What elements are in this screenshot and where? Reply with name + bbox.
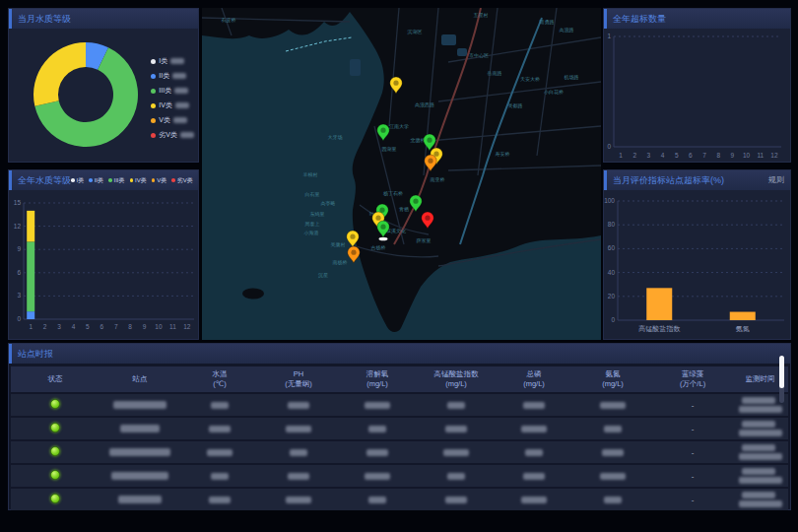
redacted-value: [602, 449, 624, 456]
status-indicator-normal: [50, 423, 60, 432]
codmn-cell: [417, 496, 496, 504]
legend-item[interactable]: I类: [151, 56, 194, 66]
scrollbar-track[interactable]: [779, 356, 784, 403]
rules-button[interactable]: 规则: [768, 170, 784, 190]
table-row[interactable]: -: [11, 441, 788, 463]
legend-item[interactable]: IV类: [151, 100, 194, 110]
algae-cell: -: [653, 448, 732, 457]
redacted-date: [742, 397, 775, 404]
x-axis-label: 3: [57, 323, 61, 330]
stacked-bar-segment: [27, 211, 34, 241]
legend-value-redacted: [172, 73, 186, 79]
panel-title: 站点时报: [18, 344, 53, 364]
redacted-date: [742, 468, 775, 475]
temp-cell: [180, 448, 259, 457]
codmn-cell: [417, 425, 496, 433]
panel-year-exceed: 全年超标数量 10123456789101112: [603, 8, 791, 163]
time-cell: [732, 467, 788, 485]
redacted-value: [443, 449, 469, 456]
scrollbar-thumb[interactable]: [779, 356, 784, 388]
x-axis-label: 1: [29, 323, 33, 330]
map[interactable]: 石皮桥滨湖区五星村陆勇路高浪路市中心区岳南路天安大桥机场路小白花桥高浪西路吴都路…: [202, 8, 601, 340]
x-axis-label: 1: [619, 152, 623, 159]
table-body: -----: [11, 394, 788, 510]
algae-cell: -: [653, 425, 732, 433]
x-axis-label: 7: [702, 152, 706, 159]
map-label: 南杨桥: [333, 259, 348, 266]
map-label: 羊梭村: [303, 171, 318, 178]
rate-bar: [730, 312, 756, 320]
redacted-value: [365, 402, 390, 409]
map-park: [441, 34, 456, 45]
legend-label: 劣V类: [177, 170, 193, 190]
column-unit: (℃): [180, 379, 259, 389]
nh3-cell: [572, 448, 653, 457]
map-label: 吴康村: [331, 241, 346, 248]
redacted-value: [521, 426, 547, 432]
do-cell: [338, 425, 417, 433]
do-cell: [338, 472, 417, 481]
legend-item[interactable]: III类: [151, 86, 194, 96]
temp-cell: [180, 472, 259, 481]
temp-cell: [180, 425, 259, 433]
legend-item[interactable]: 劣V类: [151, 130, 194, 140]
station-report-panel: 站点时报 状态站点水温(℃)PH(无量纲)溶解氧(mg/L)高锰酸盐指数(mg/…: [8, 343, 791, 510]
legend-item[interactable]: V类: [151, 115, 194, 125]
legend-value-redacted: [180, 132, 194, 138]
legend-item[interactable]: II类: [89, 170, 103, 190]
nh3-cell: [572, 472, 653, 481]
codmn-cell: [417, 472, 496, 481]
redacted-station-name: [120, 425, 160, 432]
do-cell: [338, 448, 417, 457]
map-label: 小海港: [304, 230, 319, 236]
x-axis-label: 3: [647, 152, 651, 159]
legend-label: III类: [159, 86, 171, 96]
legend-item[interactable]: II类: [151, 71, 194, 81]
legend-item[interactable]: IV类: [130, 170, 147, 190]
map-label: 陆勇路: [540, 19, 555, 25]
legend-item[interactable]: V类: [152, 170, 167, 190]
panel-month-quality-header: 当月水质等级: [9, 9, 198, 29]
x-axis-label: 11: [757, 152, 764, 159]
column-label: PH: [259, 369, 338, 379]
redacted-time: [739, 406, 782, 413]
column-header-5: 高锰酸盐指数(mg/L): [417, 369, 496, 389]
map-label: 市中心区: [469, 52, 489, 58]
column-label: 总磷: [496, 369, 572, 379]
redacted-value: [209, 426, 231, 432]
legend-label: III类: [114, 170, 125, 190]
table-row[interactable]: -: [11, 489, 788, 510]
time-cell: [732, 443, 788, 461]
legend-dot: [151, 89, 156, 94]
x-axis-label: 高锰酸盐指数: [638, 325, 681, 333]
legend-item[interactable]: I类: [71, 170, 84, 190]
x-axis-label: 8: [716, 152, 720, 159]
temp-cell: [180, 496, 259, 504]
tp-cell: [496, 401, 572, 410]
y-axis-label: 0: [17, 315, 21, 322]
status-cell: [11, 494, 100, 505]
table-row[interactable]: -: [11, 394, 788, 416]
column-label: 氨氮: [572, 369, 653, 379]
status-cell: [11, 399, 100, 411]
nh3-cell: [572, 425, 653, 433]
table-row[interactable]: -: [11, 465, 788, 487]
legend-dot: [108, 178, 112, 182]
ph-cell: [259, 496, 338, 504]
column-unit: (mg/L): [496, 379, 572, 389]
table-row[interactable]: -: [11, 418, 788, 439]
y-axis-label: 60: [608, 244, 616, 251]
column-header-0: 状态: [11, 374, 100, 384]
legend-item[interactable]: 劣V类: [171, 170, 193, 190]
codmn-cell: [417, 448, 496, 457]
status-cell: [11, 470, 100, 482]
codmn-cell: [417, 401, 496, 410]
donut-legend: I类II类III类IV类V类劣V类: [151, 56, 194, 140]
map-canvas: 石皮桥滨湖区五星村陆勇路高浪路市中心区岳南路天安大桥机场路小白花桥高浪西路吴都路…: [202, 8, 601, 340]
legend-item[interactable]: III类: [108, 170, 125, 190]
status-cell: [11, 446, 100, 458]
redacted-value: [521, 497, 547, 503]
x-axis-label: 9: [731, 152, 735, 159]
x-axis-label: 10: [155, 323, 163, 330]
legend-dot: [171, 178, 175, 182]
